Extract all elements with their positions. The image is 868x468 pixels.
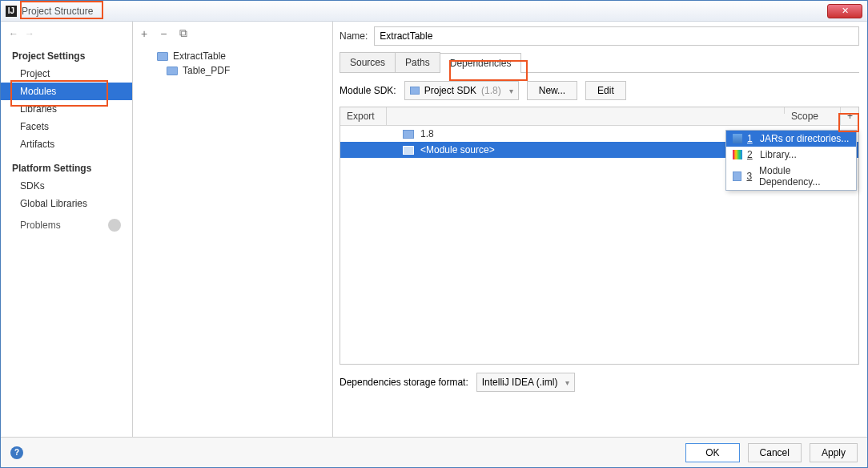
folder-icon: [157, 52, 168, 61]
tree-toolbar: + − ⧉: [133, 22, 332, 46]
sdk-version: (1.8): [481, 85, 501, 96]
window-title: Project Structure: [22, 6, 93, 17]
popup-num: 2: [747, 149, 755, 160]
cancel-button[interactable]: Cancel: [748, 443, 802, 462]
tab-sources[interactable]: Sources: [340, 52, 396, 72]
name-row: Name:: [340, 26, 859, 46]
nav-back-forward: ← →: [1, 22, 132, 46]
new-sdk-button[interactable]: New...: [527, 81, 577, 100]
nav-modules[interactable]: Modules: [1, 83, 132, 100]
apply-button[interactable]: Apply: [810, 443, 858, 462]
popup-library-label: Library...: [760, 149, 797, 160]
edit-sdk-button[interactable]: Edit: [585, 81, 626, 100]
tree-child[interactable]: Table_PDF: [138, 63, 328, 78]
module-tree: ExtractTable Table_PDF: [133, 46, 332, 81]
tree-root[interactable]: ExtractTable: [138, 49, 328, 63]
popup-moddep-label: Module Dependency...: [759, 165, 850, 188]
storage-combo[interactable]: IntelliJ IDEA (.iml) ▾: [476, 373, 576, 392]
sdk-value: Project SDK: [424, 85, 476, 96]
problems-label: Problems: [20, 220, 61, 231]
name-label: Name:: [340, 30, 368, 42]
header-main: [387, 107, 785, 114]
ok-button[interactable]: OK: [685, 443, 739, 462]
add-icon[interactable]: +: [141, 27, 147, 40]
storage-label: Dependencies storage format:: [340, 377, 468, 388]
nav-global-libraries[interactable]: Global Libraries: [1, 195, 132, 212]
help-icon[interactable]: ?: [10, 446, 23, 459]
module-tabs: Sources Paths Dependencies: [340, 52, 859, 73]
close-button[interactable]: ✕: [827, 4, 862, 18]
jar-icon: [733, 134, 742, 143]
footer-buttons: OK Cancel Apply: [685, 443, 858, 462]
sdk-combo[interactable]: Project SDK (1.8) ▾: [404, 81, 519, 100]
chevron-down-icon: ▾: [509, 87, 513, 95]
library-icon: [733, 150, 742, 159]
popup-num: 1: [747, 133, 755, 144]
forward-icon[interactable]: →: [25, 28, 34, 39]
popup-jars-label: JARs or directories...: [760, 133, 849, 144]
window-buttons: ✕: [827, 4, 867, 18]
remove-icon[interactable]: −: [160, 27, 167, 40]
tab-dependencies[interactable]: Dependencies: [440, 53, 522, 73]
dep-sdk-label: 1.8: [420, 128, 434, 139]
module-tree-pane: + − ⧉ ExtractTable Table_PDF: [133, 22, 333, 437]
chevron-down-icon: ▾: [565, 378, 569, 387]
header-export[interactable]: Export: [340, 107, 387, 125]
nav-libraries[interactable]: Libraries: [1, 100, 132, 118]
tree-child-label: Table_PDF: [183, 65, 230, 76]
header-scope[interactable]: Scope: [785, 107, 841, 125]
nav-project[interactable]: Project: [1, 65, 132, 83]
add-dependency-button[interactable]: +: [841, 107, 858, 125]
sdk-row: Module SDK: Project SDK (1.8) ▾ New... E…: [340, 81, 859, 100]
folder-icon: [410, 87, 420, 95]
dependencies-table: Export Scope + 1.8 <Module source> − ✎: [340, 107, 859, 365]
nav-artifacts[interactable]: Artifacts: [1, 135, 132, 153]
main-content: ← → Project Settings Project Modules Lib…: [1, 22, 867, 437]
module-icon: [733, 171, 741, 181]
back-icon[interactable]: ←: [9, 28, 18, 39]
popup-module-dep[interactable]: 3 Module Dependency...: [726, 163, 856, 190]
add-dependency-popup: 1 JARs or directories... 2 Library... 3 …: [725, 130, 857, 191]
nav-facets[interactable]: Facets: [1, 118, 132, 135]
popup-num: 3: [746, 171, 753, 182]
tree-root-label: ExtractTable: [173, 50, 226, 62]
module-editor: Name: Sources Paths Dependencies Module …: [333, 22, 867, 437]
folder-icon: [403, 130, 414, 139]
dep-header: Export Scope +: [340, 107, 858, 126]
tab-paths[interactable]: Paths: [395, 52, 440, 72]
storage-value: IntelliJ IDEA (.iml): [482, 377, 558, 388]
folder-icon: [403, 146, 414, 155]
problems-badge: [108, 219, 121, 232]
popup-jars[interactable]: 1 JARs or directories...: [726, 131, 856, 147]
dep-module-source-label: <Module source>: [420, 144, 495, 155]
section-project-settings: Project Settings: [1, 46, 132, 65]
copy-icon[interactable]: ⧉: [179, 26, 187, 40]
section-platform-settings: Platform Settings: [1, 158, 132, 177]
sdk-label: Module SDK:: [340, 85, 396, 96]
module-name-input[interactable]: [374, 26, 859, 46]
dialog-footer: ? OK Cancel Apply: [1, 437, 867, 467]
nav-sdks[interactable]: SDKs: [1, 177, 132, 195]
storage-row: Dependencies storage format: IntelliJ ID…: [340, 373, 859, 392]
app-icon: IJ: [6, 6, 17, 17]
folder-icon: [167, 67, 178, 75]
left-sidebar: ← → Project Settings Project Modules Lib…: [1, 22, 133, 437]
nav-problems[interactable]: Problems: [1, 212, 132, 235]
popup-library[interactable]: 2 Library...: [726, 147, 856, 163]
titlebar: IJ Project Structure ✕: [1, 1, 867, 22]
